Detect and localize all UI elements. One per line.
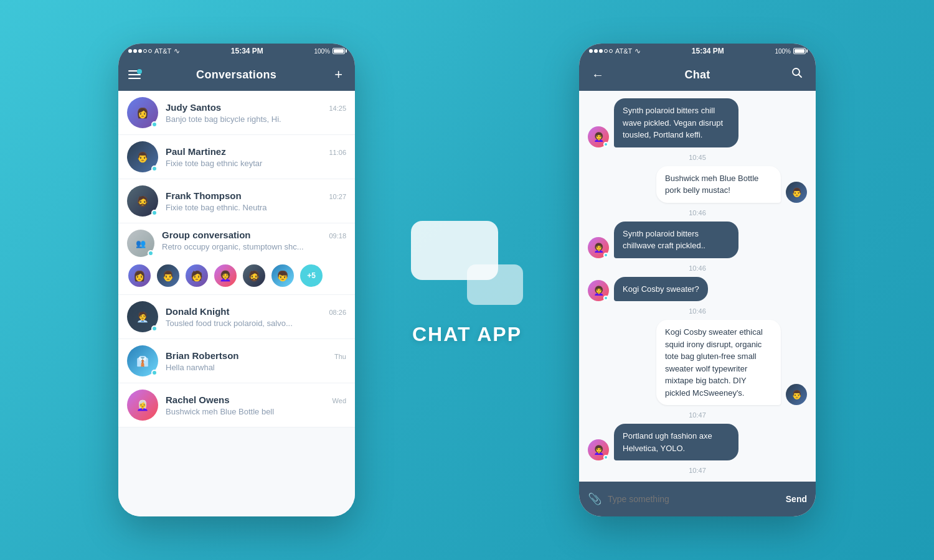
group-member-1: 👩 — [127, 263, 152, 288]
msg-time-6: 10:47 — [588, 467, 807, 474]
donald-content: Donald Knight 08:26 Tousled food truck p… — [166, 306, 346, 328]
chat-messages: 👩‍🦱 Synth polaroid bitters chill wave pi… — [579, 91, 816, 482]
status-right: 100% — [314, 48, 345, 55]
judy-initials: 👩 — [136, 107, 149, 119]
conv-item-frank[interactable]: 🧔 Frank Thompson 10:27 Fixie tote bag et… — [118, 179, 355, 223]
right-wifi-icon: ∿ — [634, 47, 641, 55]
msg-bubble-1: Synth polaroid bitters chill wave pickle… — [614, 98, 738, 147]
message-input[interactable] — [608, 494, 780, 504]
battery-label: 100% — [314, 48, 330, 55]
rdot5 — [609, 49, 613, 53]
group-header: Group conversation 09:18 — [162, 230, 346, 240]
brian-content: Brian Robertson Thu Hella narwhal — [166, 350, 346, 372]
group-member-4: 👩‍🦱 — [213, 263, 238, 288]
judy-online-indicator — [151, 121, 158, 128]
paul-name: Paul Martinez — [166, 146, 226, 157]
rachel-time: Wed — [333, 397, 346, 404]
brian-online-indicator — [151, 370, 158, 376]
group-avatar-wrap: 👥 — [127, 230, 154, 257]
send-button[interactable]: Send — [786, 494, 807, 504]
group-section[interactable]: 👥 Group conversation 09:18 Retro occupy … — [118, 223, 355, 295]
scene: AT&T ∿ 15:34 PM 100% Conversatio — [0, 0, 934, 560]
rdot2 — [594, 49, 598, 53]
attach-icon[interactable]: 📎 — [588, 492, 601, 506]
rdot3 — [599, 49, 603, 53]
chat-icon-svg — [405, 215, 529, 308]
rachel-header: Rachel Owens Wed — [166, 394, 346, 405]
right-phone: AT&T ∿ 15:34 PM 100% ← Chat — [579, 44, 816, 516]
paul-online-indicator — [151, 166, 158, 172]
frank-preview: Fixie tote bag ethnic. Neutra — [166, 203, 346, 212]
conv-item-judy[interactable]: 👩 Judy Santos 14:25 Banjo tote bag bicyc… — [118, 91, 355, 135]
frank-avatar-wrap: 🧔 — [127, 185, 158, 217]
paul-avatar-wrap: 👨 — [127, 141, 158, 172]
dot5 — [148, 49, 152, 53]
left-nav-bar: Conversations + — [118, 58, 355, 91]
msg-bubble-5: Kogi Cosby sweater ethical squid irony d… — [656, 320, 781, 405]
chat-app-title: CHAT APP — [412, 323, 522, 346]
group-online-indicator — [148, 250, 154, 256]
chat-title: Chat — [684, 68, 710, 82]
dot2 — [133, 49, 137, 53]
right-status-time: 15:34 PM — [692, 47, 724, 55]
judy-name: Judy Santos — [166, 102, 221, 113]
status-time: 15:34 PM — [231, 47, 263, 55]
right-status-left: AT&T ∿ — [589, 47, 641, 55]
menu-button[interactable] — [128, 70, 141, 79]
rachel-name: Rachel Owens — [166, 394, 230, 405]
conversations-list: 👩 Judy Santos 14:25 Banjo tote bag bicyc… — [118, 91, 355, 516]
conv-item-rachel[interactable]: 👩‍🦳 Rachel Owens Wed Bushwick meh Blue B… — [118, 383, 355, 427]
msg-avatar-received-4: 👩‍🦱 — [588, 280, 609, 301]
search-icon — [791, 67, 803, 79]
carrier-label: AT&T — [154, 47, 171, 55]
group-preview: Retro occupy organic, stumptown shc... — [162, 242, 346, 251]
signal-dots — [128, 49, 152, 53]
back-button[interactable]: ← — [589, 65, 606, 85]
msg-time-1: 10:45 — [588, 154, 807, 161]
group-member-2: 👨 — [156, 263, 181, 288]
notification-dot — [137, 69, 142, 74]
frank-initials: 🧔 — [136, 195, 149, 207]
brian-avatar-wrap: 👔 — [127, 345, 158, 376]
paul-header: Paul Martinez 11:06 — [166, 146, 346, 157]
center-section: CHAT APP — [405, 215, 529, 346]
frank-online-indicator — [151, 210, 158, 216]
right-battery-icon — [793, 48, 806, 54]
svg-line-3 — [798, 75, 801, 78]
group-content: Group conversation 09:18 Retro occupy or… — [162, 230, 346, 251]
donald-initials: 🧑‍💼 — [136, 311, 149, 323]
rachel-preview: Bushwick meh Blue Bottle bell — [166, 407, 346, 416]
dot4 — [143, 49, 147, 53]
paul-preview: Fixie tote bag ethnic keytar — [166, 159, 346, 168]
msg-avatar-received-3: 👩‍🦱 — [588, 237, 609, 258]
group-time: 09:18 — [329, 232, 346, 240]
brian-preview: Hella narwhal — [166, 363, 346, 372]
battery-icon — [333, 48, 345, 54]
right-signal-dots — [589, 49, 613, 53]
msg-online-6 — [603, 455, 608, 460]
judy-header: Judy Santos 14:25 — [166, 102, 346, 113]
brian-header: Brian Robertson Thu — [166, 350, 346, 361]
paul-content: Paul Martinez 11:06 Fixie tote bag ethni… — [166, 146, 346, 168]
left-phone: AT&T ∿ 15:34 PM 100% Conversatio — [118, 44, 355, 516]
rachel-avatar: 👩‍🦳 — [127, 390, 158, 421]
msg-row-6: 👩‍🦱 Portland ugh fashion axe Helvetica, … — [588, 424, 807, 460]
conv-item-paul[interactable]: 👨 Paul Martinez 11:06 Fixie tote bag eth… — [118, 135, 355, 179]
donald-preview: Tousled food truck polaroid, salvo... — [166, 319, 346, 328]
frank-name: Frank Thompson — [166, 190, 242, 201]
search-button[interactable] — [788, 64, 806, 85]
judy-avatar-wrap: 👩 — [127, 97, 158, 128]
donald-avatar-wrap: 🧑‍💼 — [127, 301, 158, 332]
add-conversation-button[interactable]: + — [332, 64, 345, 85]
frank-content: Frank Thompson 10:27 Fixie tote bag ethn… — [166, 190, 346, 212]
left-status-bar: AT&T ∿ 15:34 PM 100% — [118, 44, 355, 58]
conv-item-brian[interactable]: 👔 Brian Robertson Thu Hella narwhal — [118, 339, 355, 383]
rdot4 — [604, 49, 608, 53]
status-left: AT&T ∿ — [128, 47, 180, 55]
rachel-content: Rachel Owens Wed Bushwick meh Blue Bottl… — [166, 394, 346, 416]
rachel-avatar-wrap: 👩‍🦳 — [127, 390, 158, 421]
msg-online-1 — [603, 142, 608, 147]
brian-time: Thu — [334, 353, 346, 360]
group-avatars-row: 👩 👨 🧑 👩‍🦱 🧔 👦 +5 — [118, 261, 355, 294]
conv-item-donald[interactable]: 🧑‍💼 Donald Knight 08:26 Tousled food tru… — [118, 295, 355, 339]
